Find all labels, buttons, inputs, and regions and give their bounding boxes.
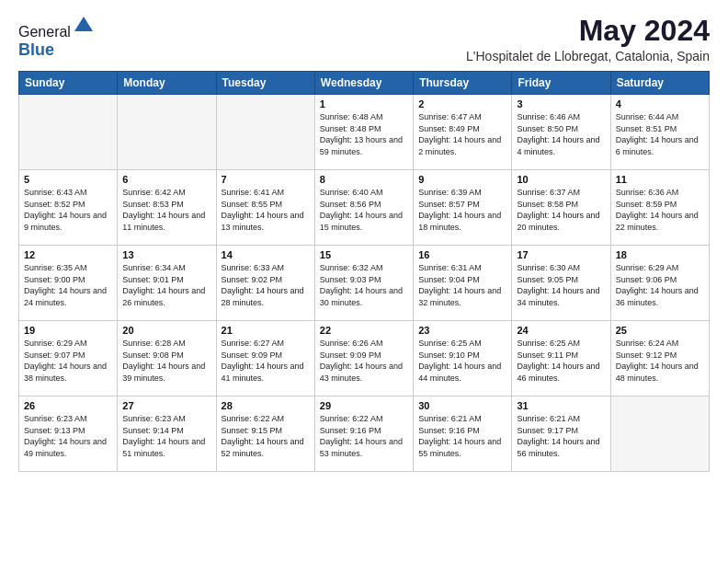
day-number: 8: [320, 174, 408, 185]
calendar-cell: 3Sunrise: 6:46 AMSunset: 8:50 PMDaylight…: [512, 95, 610, 170]
day-number: 9: [418, 174, 506, 185]
cell-info: Sunrise: 6:36 AMSunset: 8:59 PMDaylight:…: [616, 187, 704, 233]
calendar-cell: 24Sunrise: 6:25 AMSunset: 9:11 PMDayligh…: [512, 321, 610, 396]
logo-blue-text: Blue: [18, 40, 54, 59]
day-number: 11: [616, 174, 704, 185]
weekday-header-saturday: Saturday: [610, 72, 709, 95]
cell-info: Sunrise: 6:22 AMSunset: 9:15 PMDaylight:…: [222, 413, 310, 459]
cell-info: Sunrise: 6:29 AMSunset: 9:06 PMDaylight:…: [616, 262, 704, 308]
calendar-cell: 4Sunrise: 6:44 AMSunset: 8:51 PMDaylight…: [610, 95, 709, 170]
calendar-cell: 30Sunrise: 6:21 AMSunset: 9:16 PMDayligh…: [414, 396, 512, 472]
day-number: 10: [517, 174, 605, 185]
day-number: 20: [122, 325, 210, 336]
cell-info: Sunrise: 6:23 AMSunset: 9:13 PMDaylight:…: [24, 413, 112, 459]
calendar-cell: 23Sunrise: 6:25 AMSunset: 9:10 PMDayligh…: [414, 321, 512, 396]
calendar-cell: [19, 95, 118, 170]
cell-info: Sunrise: 6:21 AMSunset: 9:16 PMDaylight:…: [418, 413, 506, 459]
weekday-header-row: SundayMondayTuesdayWednesdayThursdayFrid…: [19, 72, 710, 95]
cell-info: Sunrise: 6:48 AMSunset: 8:48 PMDaylight:…: [320, 111, 408, 157]
calendar-cell: 5Sunrise: 6:43 AMSunset: 8:52 PMDaylight…: [19, 170, 118, 246]
calendar-cell: 14Sunrise: 6:33 AMSunset: 9:02 PMDayligh…: [216, 246, 314, 321]
day-number: 31: [517, 400, 605, 411]
calendar-cell: [118, 95, 216, 170]
day-number: 26: [24, 400, 112, 411]
weekday-header-monday: Monday: [118, 72, 216, 95]
cell-info: Sunrise: 6:25 AMSunset: 9:10 PMDaylight:…: [418, 338, 506, 384]
cell-info: Sunrise: 6:34 AMSunset: 9:01 PMDaylight:…: [122, 262, 210, 308]
weekday-header-friday: Friday: [512, 72, 610, 95]
week-row-3: 19Sunrise: 6:29 AMSunset: 9:07 PMDayligh…: [19, 321, 710, 396]
cell-info: Sunrise: 6:40 AMSunset: 8:56 PMDaylight:…: [320, 187, 408, 233]
calendar-cell: 6Sunrise: 6:42 AMSunset: 8:53 PMDaylight…: [118, 170, 216, 246]
day-number: 21: [222, 325, 310, 336]
cell-info: Sunrise: 6:26 AMSunset: 9:09 PMDaylight:…: [320, 338, 408, 384]
header-right: May 2024 L'Hospitalet de Llobregat, Cata…: [466, 15, 710, 63]
calendar-cell: 13Sunrise: 6:34 AMSunset: 9:01 PMDayligh…: [118, 246, 216, 321]
calendar-cell: 8Sunrise: 6:40 AMSunset: 8:56 PMDaylight…: [314, 170, 413, 246]
cell-info: Sunrise: 6:39 AMSunset: 8:57 PMDaylight:…: [418, 187, 506, 233]
day-number: 29: [320, 400, 408, 411]
cell-info: Sunrise: 6:41 AMSunset: 8:55 PMDaylight:…: [222, 187, 310, 233]
calendar-cell: 11Sunrise: 6:36 AMSunset: 8:59 PMDayligh…: [610, 170, 709, 246]
day-number: 1: [320, 98, 408, 109]
calendar-cell: 1Sunrise: 6:48 AMSunset: 8:48 PMDaylight…: [314, 95, 413, 170]
calendar-cell: 27Sunrise: 6:23 AMSunset: 9:14 PMDayligh…: [118, 396, 216, 472]
cell-info: Sunrise: 6:42 AMSunset: 8:53 PMDaylight:…: [122, 187, 210, 233]
day-number: 27: [122, 400, 210, 411]
cell-info: Sunrise: 6:25 AMSunset: 9:11 PMDaylight:…: [517, 338, 605, 384]
day-number: 18: [616, 249, 704, 260]
cell-info: Sunrise: 6:21 AMSunset: 9:17 PMDaylight:…: [517, 413, 605, 459]
day-number: 16: [418, 249, 506, 260]
cell-info: Sunrise: 6:43 AMSunset: 8:52 PMDaylight:…: [24, 187, 112, 233]
cell-info: Sunrise: 6:35 AMSunset: 9:00 PMDaylight:…: [24, 262, 112, 308]
calendar-cell: 19Sunrise: 6:29 AMSunset: 9:07 PMDayligh…: [19, 321, 118, 396]
calendar-cell: 26Sunrise: 6:23 AMSunset: 9:13 PMDayligh…: [19, 396, 118, 472]
calendar-cell: 2Sunrise: 6:47 AMSunset: 8:49 PMDaylight…: [414, 95, 512, 170]
day-number: 6: [122, 174, 210, 185]
calendar-cell: 18Sunrise: 6:29 AMSunset: 9:06 PMDayligh…: [610, 246, 709, 321]
cell-info: Sunrise: 6:23 AMSunset: 9:14 PMDaylight:…: [122, 413, 210, 459]
day-number: 17: [517, 249, 605, 260]
day-number: 19: [24, 325, 112, 336]
weekday-header-sunday: Sunday: [19, 72, 118, 95]
week-row-4: 26Sunrise: 6:23 AMSunset: 9:13 PMDayligh…: [19, 396, 710, 472]
cell-info: Sunrise: 6:28 AMSunset: 9:08 PMDaylight:…: [122, 338, 210, 384]
day-number: 12: [24, 249, 112, 260]
calendar-cell: 10Sunrise: 6:37 AMSunset: 8:58 PMDayligh…: [512, 170, 610, 246]
calendar-cell: 31Sunrise: 6:21 AMSunset: 9:17 PMDayligh…: [512, 396, 610, 472]
day-number: 24: [517, 325, 605, 336]
calendar-cell: [610, 396, 709, 472]
cell-info: Sunrise: 6:47 AMSunset: 8:49 PMDaylight:…: [418, 111, 506, 157]
calendar-cell: 28Sunrise: 6:22 AMSunset: 9:15 PMDayligh…: [216, 396, 314, 472]
day-number: 23: [418, 325, 506, 336]
calendar-cell: 21Sunrise: 6:27 AMSunset: 9:09 PMDayligh…: [216, 321, 314, 396]
cell-info: Sunrise: 6:31 AMSunset: 9:04 PMDaylight:…: [418, 262, 506, 308]
day-number: 7: [222, 174, 310, 185]
cell-info: Sunrise: 6:37 AMSunset: 8:58 PMDaylight:…: [517, 187, 605, 233]
cell-info: Sunrise: 6:30 AMSunset: 9:05 PMDaylight:…: [517, 262, 605, 308]
page: General Blue May 2024 L'Hospitalet de Ll…: [0, 0, 728, 563]
cell-info: Sunrise: 6:29 AMSunset: 9:07 PMDaylight:…: [24, 338, 112, 384]
calendar-cell: 29Sunrise: 6:22 AMSunset: 9:16 PMDayligh…: [314, 396, 413, 472]
day-number: 22: [320, 325, 408, 336]
day-number: 14: [222, 249, 310, 260]
calendar-cell: 16Sunrise: 6:31 AMSunset: 9:04 PMDayligh…: [414, 246, 512, 321]
calendar-cell: [216, 95, 314, 170]
day-number: 3: [517, 98, 605, 109]
cell-info: Sunrise: 6:33 AMSunset: 9:02 PMDaylight:…: [222, 262, 310, 308]
cell-info: Sunrise: 6:32 AMSunset: 9:03 PMDaylight:…: [320, 262, 408, 308]
calendar-cell: 9Sunrise: 6:39 AMSunset: 8:57 PMDaylight…: [414, 170, 512, 246]
calendar-cell: 25Sunrise: 6:24 AMSunset: 9:12 PMDayligh…: [610, 321, 709, 396]
calendar-cell: 12Sunrise: 6:35 AMSunset: 9:00 PMDayligh…: [19, 246, 118, 321]
calendar-cell: 22Sunrise: 6:26 AMSunset: 9:09 PMDayligh…: [314, 321, 413, 396]
week-row-1: 5Sunrise: 6:43 AMSunset: 8:52 PMDaylight…: [19, 170, 710, 246]
weekday-header-tuesday: Tuesday: [216, 72, 314, 95]
cell-info: Sunrise: 6:46 AMSunset: 8:50 PMDaylight:…: [517, 111, 605, 157]
day-number: 5: [24, 174, 112, 185]
calendar-cell: 15Sunrise: 6:32 AMSunset: 9:03 PMDayligh…: [314, 246, 413, 321]
day-number: 2: [418, 98, 506, 109]
header: General Blue May 2024 L'Hospitalet de Ll…: [18, 15, 710, 63]
weekday-header-wednesday: Wednesday: [314, 72, 413, 95]
day-number: 25: [616, 325, 704, 336]
day-number: 4: [616, 98, 704, 109]
